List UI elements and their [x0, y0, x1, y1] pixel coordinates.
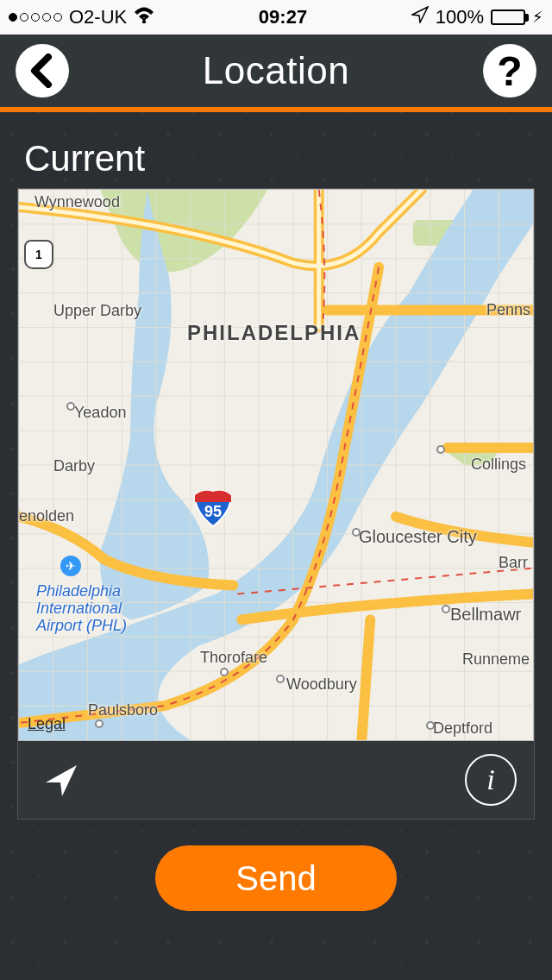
send-button[interactable]: Send [155, 845, 397, 911]
map-place: Wynnewood [34, 193, 120, 211]
map-place: Darby [53, 457, 95, 475]
map-toolbar: i [18, 741, 534, 819]
map-city-main: PHILADELPHIA [187, 321, 361, 345]
map-poi-airport: Philadelphia International Airport (PHL) [36, 583, 127, 634]
map-place: enolden [19, 507, 74, 525]
location-arrow-icon [43, 762, 79, 798]
help-button[interactable]: ? [483, 44, 536, 97]
map-place: Deptford [433, 719, 492, 738]
map-place: Thorofare [200, 649, 267, 667]
question-mark-icon: ? [497, 47, 522, 95]
wifi-icon [134, 6, 154, 28]
map-place: Barr [499, 554, 528, 572]
status-right: 100% ⚡︎ [411, 6, 543, 28]
status-left: O2-UK [9, 6, 154, 28]
airport-icon: ✈ [60, 556, 81, 576]
us-route-number: 1 [35, 248, 42, 261]
charging-icon: ⚡︎ [532, 8, 543, 27]
nav-bar: Location ? [0, 35, 552, 112]
map-dot [276, 675, 285, 683]
map-dot [95, 719, 104, 728]
map-card: PHILADELPHIA Wynnewood Upper Darby Yeado… [17, 188, 535, 820]
map-dot [426, 721, 435, 730]
us-route-shield: 1 [24, 240, 53, 269]
map-info-button[interactable]: i [465, 754, 517, 806]
map-place: Penns [486, 301, 530, 319]
battery-percent: 100% [436, 6, 484, 28]
back-button[interactable] [16, 44, 69, 97]
map-place: Woodbury [286, 675, 357, 694]
map-dot [352, 528, 361, 537]
map-dot [436, 445, 445, 454]
map-place: Gloucester City [359, 527, 477, 547]
map-legal-link[interactable]: Legal [28, 715, 66, 733]
map-place: Runneme [462, 650, 530, 669]
clock-label: 09:27 [259, 6, 307, 28]
map-place: Bellmawr [450, 605, 521, 625]
location-indicator-icon [411, 6, 429, 28]
map-dot [220, 668, 229, 676]
chevron-left-icon [29, 53, 55, 88]
interstate-shield: 95 [193, 488, 233, 528]
map-place: Collings [471, 455, 526, 474]
carrier-label: O2-UK [69, 6, 127, 28]
map-view[interactable]: PHILADELPHIA Wynnewood Upper Darby Yeado… [18, 189, 534, 741]
section-label: Current [0, 138, 552, 188]
map-place: Paulsboro [88, 701, 158, 719]
signal-dots-icon [9, 13, 62, 22]
map-dot [66, 402, 75, 411]
map-canvas [19, 190, 533, 740]
battery-icon [491, 9, 525, 25]
info-icon: i [486, 763, 494, 796]
recenter-button[interactable] [35, 754, 87, 806]
map-place: Upper Darby [53, 302, 141, 320]
page-title: Location [203, 49, 349, 92]
interstate-number: 95 [204, 503, 222, 528]
map-dot [442, 605, 450, 613]
content-area: Current [0, 112, 552, 980]
map-place: Yeadon [74, 404, 126, 422]
status-bar: O2-UK 09:27 100% ⚡︎ [0, 0, 552, 35]
